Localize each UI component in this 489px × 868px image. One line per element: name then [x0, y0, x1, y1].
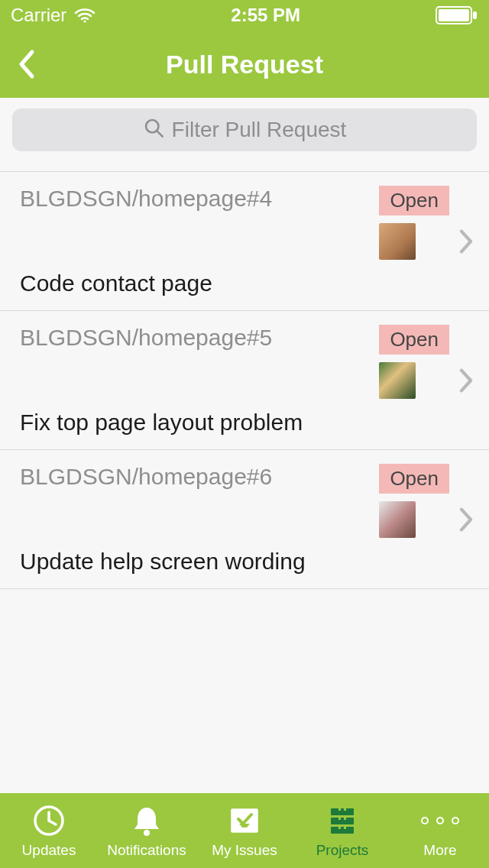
clock-icon: [32, 802, 66, 839]
wifi-icon: [74, 8, 96, 23]
svg-rect-18: [344, 824, 346, 829]
svg-rect-17: [338, 824, 341, 829]
chevron-right-icon: [457, 368, 475, 394]
more-icon: [421, 802, 459, 839]
bell-icon: [130, 802, 164, 839]
header: Carrier 2:55 PM Pull: [0, 0, 489, 98]
tab-label: More: [423, 842, 456, 859]
tab-projects[interactable]: Projects: [293, 793, 391, 868]
tab-more[interactable]: More: [391, 793, 489, 868]
back-button[interactable]: [9, 47, 43, 81]
battery-icon: [436, 6, 478, 24]
status-left: Carrier: [11, 5, 96, 26]
search-placeholder: Filter Pull Request: [172, 118, 347, 142]
status-bar: Carrier 2:55 PM: [0, 0, 489, 31]
svg-line-8: [49, 821, 56, 824]
inbox-check-icon: [228, 802, 261, 839]
tab-label: Updates: [22, 842, 76, 859]
avatar: [379, 362, 416, 399]
svg-rect-10: [331, 808, 354, 815]
nav-bar: Pull Request: [0, 31, 489, 98]
status-badge: Open: [379, 186, 449, 215]
carrier-label: Carrier: [11, 5, 66, 26]
pr-row[interactable]: BLGDSGN/homepage#5 Open Fix top page lay…: [0, 311, 489, 450]
chevron-right-icon: [457, 228, 475, 254]
svg-rect-11: [331, 818, 354, 824]
pr-list: BLGDSGN/homepage#4 Open Code contact pag…: [0, 157, 489, 793]
status-badge: Open: [379, 325, 449, 355]
svg-rect-14: [344, 806, 346, 811]
projects-icon: [325, 802, 359, 839]
tab-notifications[interactable]: Notifications: [98, 793, 196, 868]
chevron-right-icon: [457, 507, 475, 533]
pr-row[interactable]: BLGDSGN/homepage#4 Open Code contact pag…: [0, 171, 489, 311]
tab-label: My Issues: [212, 842, 277, 859]
status-badge: Open: [379, 464, 449, 494]
search-input[interactable]: Filter Pull Request: [12, 108, 477, 151]
search-icon: [143, 117, 164, 144]
tab-bar: Updates Notifications My Issues: [0, 793, 489, 868]
pr-ref: BLGDSGN/homepage#6: [20, 464, 364, 490]
pr-title: Update help screen wording: [20, 549, 449, 575]
pr-title: Code contact page: [20, 270, 449, 296]
pr-ref: BLGDSGN/homepage#4: [20, 186, 364, 212]
pr-row[interactable]: BLGDSGN/homepage#6 Open Update help scre…: [0, 450, 489, 589]
page-title: Pull Request: [166, 50, 323, 79]
tab-my-issues[interactable]: My Issues: [196, 793, 293, 868]
svg-point-0: [84, 20, 86, 22]
avatar: [379, 501, 416, 538]
tab-label: Projects: [316, 842, 369, 859]
svg-rect-2: [439, 9, 469, 21]
svg-rect-12: [331, 827, 354, 834]
status-time: 2:55 PM: [231, 5, 300, 26]
svg-rect-16: [344, 815, 346, 820]
pr-title: Fix top page layout problem: [20, 410, 449, 436]
pr-ref: BLGDSGN/homepage#5: [20, 325, 364, 351]
avatar: [379, 223, 416, 260]
svg-point-9: [144, 830, 150, 836]
svg-rect-3: [473, 11, 477, 19]
tab-updates[interactable]: Updates: [0, 793, 98, 868]
searchbar-container: Filter Pull Request: [0, 98, 489, 157]
tab-label: Notifications: [107, 842, 186, 859]
svg-rect-15: [338, 815, 341, 820]
svg-rect-13: [338, 806, 341, 811]
svg-line-5: [157, 131, 162, 136]
